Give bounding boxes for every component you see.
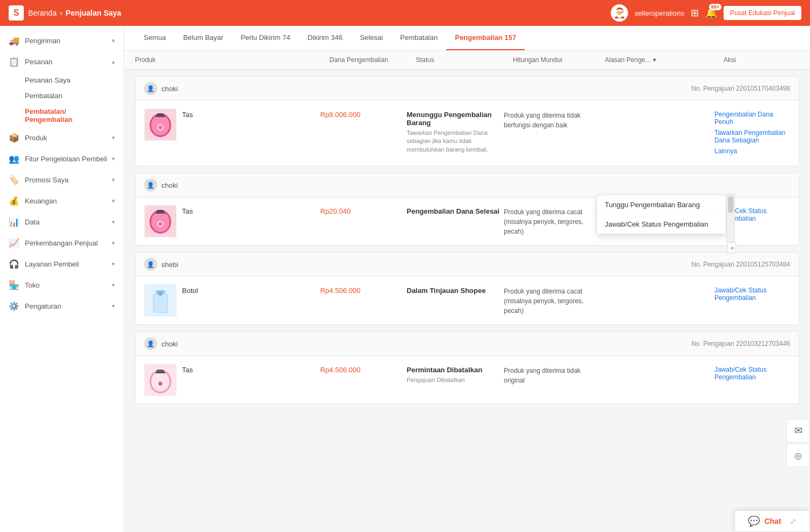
action-link-1-0[interactable]: Pengembalian Dana Penuh — [714, 111, 790, 126]
product-cell-2: Tas — [144, 205, 320, 237]
order-id-3: No. Pengajuan 220105125703484 — [691, 261, 790, 268]
status-main-3: Dalam Tinjauan Shopee — [407, 287, 504, 295]
table-row: Tas Rp4.506.000 Permintaan Dibatalkan Pe… — [136, 356, 799, 404]
product-name-4: Tas — [182, 364, 193, 374]
sidebar-item-keuangan[interactable]: 💰 Keuangan ▾ — [0, 190, 124, 212]
username: selleroperations — [634, 9, 684, 17]
chevron-down-icon: ▾ — [112, 37, 115, 44]
chevron-down-icon: ▾ — [112, 176, 115, 183]
order-group-header-1: 👤 choki No. Pengajuan 220105170403498 — [136, 77, 799, 101]
breadcrumb-home[interactable]: Beranda — [28, 9, 57, 17]
price-1: Rp9.006.000 — [320, 108, 407, 119]
order-group-header-2: 👤 choki — [136, 173, 799, 197]
header-hitungan: Hitungan Mundur — [513, 56, 605, 64]
chat-bar[interactable]: 💬 Chat ⤢ — [734, 510, 810, 532]
action-cell-1: Pengembalian Dana Penuh Tawarkan Pengemb… — [714, 108, 790, 158]
sidebar-item-perkembangan[interactable]: 📈 Perkembangan Penjual ▾ — [0, 233, 124, 254]
perkembangan-icon: 📈 — [9, 238, 19, 248]
tab-pengembalian[interactable]: Pengembalian 157 — [446, 26, 524, 50]
action-link-4-0[interactable]: Jawab/Cek Status Pengembalian — [714, 366, 790, 381]
action-cell-3: Jawab/Cek Status Pengembalian — [714, 284, 790, 305]
orders-content: 👤 choki No. Pengajuan 220105170403498 — [124, 76, 810, 404]
sidebar-item-produk[interactable]: 📦 Produk ▾ — [0, 127, 124, 148]
email-float-button[interactable]: ✉ — [786, 419, 810, 442]
dropdown-item-0[interactable]: Tunggu Pengembalian Barang — [597, 195, 726, 215]
tab-perlu-dikirim[interactable]: Perlu Dikirim 74 — [232, 26, 299, 50]
float-icons: ✉ ◎ — [786, 419, 810, 467]
notification-bell[interactable]: 🔔 99+ — [705, 7, 717, 19]
tab-selesai[interactable]: Selesai — [351, 26, 392, 50]
svg-rect-11 — [156, 212, 165, 214]
chevron-up-icon: ▴ — [112, 58, 115, 65]
grid-icon[interactable]: ⊞ — [691, 7, 699, 19]
tab-semua[interactable]: Semua — [135, 26, 174, 50]
sidebar-item-pembatalan[interactable]: Pembatalan — [25, 88, 124, 104]
action-link-1-1[interactable]: Tawarkan Pengembalian Dana Sebagian — [714, 129, 790, 144]
pengiriman-icon: 🚚 — [9, 36, 19, 46]
chat-status-button[interactable]: ◎ — [786, 444, 810, 467]
username-1: choki — [161, 85, 178, 93]
education-center-button[interactable]: Pusat Edukasi Penjual — [724, 6, 801, 20]
sidebar-item-layanan[interactable]: 🎧 Layanan Pembeli ▾ — [0, 254, 124, 275]
product-name-1: Tas — [182, 108, 193, 119]
tab-belum-bayar[interactable]: Belum Bayar — [174, 26, 232, 50]
chevron-down-icon: ▾ — [112, 219, 115, 226]
sidebar: 🚚 Pengiriman ▾ 📋 Pesanan ▴ Pesanan Saya … — [0, 26, 124, 532]
promosi-label: Promosi Saya — [25, 176, 69, 184]
header-produk: Produk — [135, 56, 329, 64]
toko-icon: 🏪 — [9, 280, 19, 290]
pesanan-label: Pesanan — [25, 58, 52, 66]
sidebar-item-promosi[interactable]: 🏷️ Promosi Saya ▾ — [0, 169, 124, 190]
order-id-4: No. Pengajuan 220103212703446 — [691, 340, 790, 347]
action-link-1-2[interactable]: Lainnya — [714, 147, 790, 155]
chevron-down-icon: ▾ — [653, 56, 656, 64]
header-dana: Dana Pengembalian — [329, 56, 416, 64]
sidebar-item-fitur[interactable]: 👥 Fitur Pengelolaan Pembeli ▾ — [0, 148, 124, 169]
sidebar-item-pengiriman[interactable]: 🚚 Pengiriman ▾ — [0, 30, 124, 51]
header-status: Status — [416, 56, 513, 64]
scroll-thumb — [728, 196, 733, 213]
order-id-1: No. Pengajuan 220105170403498 — [691, 85, 790, 92]
main-layout: 🚚 Pengiriman ▾ 📋 Pesanan ▴ Pesanan Saya … — [0, 26, 810, 532]
sidebar-item-pembatalan-pengembalian[interactable]: Pembatalan/ Pengembalian — [25, 104, 124, 127]
toko-label: Toko — [25, 281, 39, 289]
product-image-2 — [144, 205, 177, 237]
keuangan-label: Keuangan — [25, 197, 57, 205]
user-avatar-1: 👤 — [144, 82, 157, 95]
reason-4: Produk yang diterima tidak original — [504, 364, 596, 385]
sidebar-item-toko[interactable]: 🏪 Toko ▾ — [0, 275, 124, 296]
user-avatar-4: 👤 — [144, 337, 157, 350]
dropdown-item-1[interactable]: Jawab/Cek Status Pengembalian — [597, 215, 726, 234]
reason-2: Produk yang diterima cacat (misalnya pen… — [504, 205, 596, 236]
dropdown-scrollbar[interactable] — [726, 194, 735, 242]
layanan-label: Layanan Pembeli — [25, 260, 79, 268]
action-link-3-0[interactable]: Jawab/Cek Status Pengembalian — [714, 287, 790, 302]
status-3: Dalam Tinjauan Shopee — [407, 284, 504, 295]
status-sub-1: Tawarkan Pengembalian Dana sebagian jika… — [407, 129, 504, 154]
shopee-logo: S — [9, 5, 24, 21]
pengaturan-label: Pengaturan — [25, 302, 61, 310]
chevron-down-icon: ▾ — [112, 155, 115, 162]
produk-label: Produk — [25, 134, 47, 142]
tab-pembatalan[interactable]: Pembatalan — [392, 26, 446, 50]
sidebar-item-pesanan[interactable]: 📋 Pesanan ▴ — [0, 51, 124, 72]
sidebar-item-data[interactable]: 📊 Data ▾ — [0, 212, 124, 233]
svg-rect-15 — [154, 295, 167, 312]
pengaturan-icon: ⚙️ — [9, 301, 19, 311]
chevron-down-icon: ▾ — [112, 282, 115, 289]
header-alasan[interactable]: Alasan Penge... ▾ — [605, 56, 724, 64]
dropdown-scroll-arrow[interactable]: ◂ — [727, 242, 736, 253]
navbar: S Beranda › Penjualan Saya 🎅 selleropera… — [0, 0, 810, 26]
status-sub-4: Pengajuan Dibatalkan — [407, 376, 504, 384]
produk-icon: 📦 — [9, 133, 19, 143]
product-cell-3: Botol — [144, 284, 320, 317]
table-row: Tas Rp9.006.000 Menunggu Pengembalian Ba… — [136, 101, 799, 166]
username-3: shebi — [161, 261, 178, 269]
order-group-4: 👤 choki No. Pengajuan 220103212703446 — [135, 331, 799, 404]
sidebar-item-pesanan-saya[interactable]: Pesanan Saya — [25, 72, 124, 88]
order-group-3: 👤 shebi No. Pengajuan 220105125703484 — [135, 252, 799, 325]
sidebar-item-pengaturan[interactable]: ⚙️ Pengaturan ▾ — [0, 296, 124, 317]
product-image-3 — [144, 284, 177, 317]
tab-dikirim[interactable]: Dikirim 346 — [299, 26, 351, 50]
price-4: Rp4.506.000 — [320, 364, 407, 374]
